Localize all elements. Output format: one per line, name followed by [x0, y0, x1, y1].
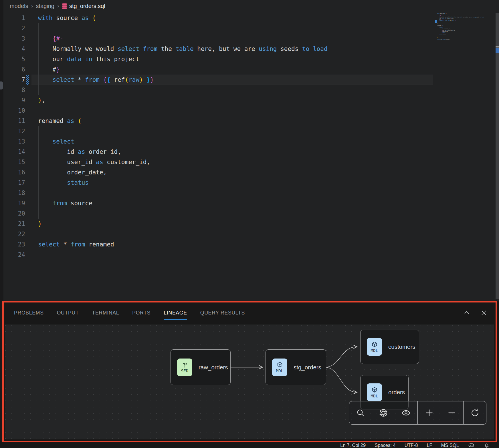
minimap[interactable]: with source as ( {#- Normally we would s…	[437, 13, 489, 42]
model-badge: MDL	[367, 338, 382, 356]
breadcrumb-item-staging[interactable]: staging	[36, 3, 54, 9]
code-line-9[interactable]: 9),	[3, 95, 433, 105]
line-number: 11	[3, 116, 25, 126]
gutter-decoration	[25, 105, 38, 116]
zoom-in-button[interactable]	[423, 404, 435, 421]
tab-output[interactable]: OUTPUT	[57, 310, 79, 316]
code-line-5[interactable]: 5 our data in this project	[3, 54, 433, 64]
gutter-decoration	[25, 95, 38, 105]
minimap-modified-marker	[435, 20, 437, 23]
code-line-2[interactable]: 2	[3, 23, 433, 33]
tab-ports[interactable]: PORTS	[132, 310, 151, 316]
code-line-12[interactable]: 12	[3, 126, 433, 136]
gutter-decoration	[25, 13, 38, 23]
code-line-23[interactable]: 23select * from renamed	[3, 239, 433, 250]
refresh-button[interactable]	[469, 404, 481, 421]
indent-guide	[38, 147, 39, 157]
code-line-21[interactable]: 21)	[3, 219, 433, 229]
cube-icon	[371, 387, 378, 393]
indent-guide	[53, 178, 53, 188]
code-line-10[interactable]: 10	[3, 105, 433, 116]
code-line-8[interactable]: 8	[3, 85, 433, 95]
gutter-decoration	[25, 157, 38, 167]
gutter-decoration	[25, 75, 38, 85]
model-badge: MDL	[367, 383, 382, 401]
aperture-button[interactable]	[377, 404, 390, 421]
code-area[interactable]: 1with source as (23 {#-4 Normally we wou…	[3, 13, 433, 260]
panel-tab-bar: PROBLEMS OUTPUT TERMINAL PORTS LINEAGE Q…	[4, 302, 496, 323]
code-line-7[interactable]: 7 select * from {{ ref(raw) }}	[3, 75, 433, 85]
eye-button[interactable]	[400, 404, 412, 421]
status-eol[interactable]: LF	[427, 443, 432, 448]
indent-guide	[38, 178, 39, 188]
status-indentation[interactable]: Spaces: 4	[375, 443, 395, 448]
line-number: 15	[3, 157, 25, 167]
code-text: our data in this project	[38, 54, 139, 64]
chevron-right-icon: ›	[31, 2, 33, 9]
indent-guide	[38, 23, 39, 33]
tab-problems[interactable]: PROBLEMS	[14, 310, 44, 316]
chevron-right-icon: ›	[57, 2, 59, 9]
line-number: 13	[3, 136, 25, 147]
gutter-decoration	[25, 85, 38, 95]
copilot-icon[interactable]	[468, 442, 475, 448]
code-line-4[interactable]: 4 Normally we would select from the tabl…	[3, 44, 433, 54]
indent-guide	[38, 54, 39, 64]
breadcrumb-file[interactable]: stg_orders.sql	[62, 3, 105, 9]
line-number: 4	[3, 44, 25, 54]
node-label: stg_orders	[294, 364, 321, 371]
search-button[interactable]	[354, 404, 367, 421]
tab-terminal[interactable]: TERMINAL	[92, 310, 119, 316]
line-number: 21	[3, 219, 25, 229]
code-line-24[interactable]: 24	[3, 250, 433, 260]
code-text: renamed as (	[38, 116, 82, 126]
code-line-14[interactable]: 14 id as order_id,	[3, 147, 433, 157]
code-line-22[interactable]: 22	[3, 229, 433, 239]
tab-lineage[interactable]: LINEAGE	[164, 310, 187, 316]
code-line-13[interactable]: 13 select	[3, 136, 433, 147]
activity-indicator[interactable]	[0, 81, 3, 89]
code-line-20[interactable]: 20	[3, 208, 433, 219]
line-number: 12	[3, 126, 25, 136]
status-cursor-position[interactable]: Ln 7, Col 29	[340, 443, 366, 448]
code-line-6[interactable]: 6 #}	[3, 64, 433, 75]
cube-icon	[371, 341, 378, 348]
breadcrumb: models › staging › stg_orders.sql	[3, 0, 499, 12]
status-encoding[interactable]: UTF-8	[405, 443, 418, 448]
code-line-18[interactable]: 18	[3, 188, 433, 198]
code-line-3[interactable]: 3 {#-	[3, 33, 433, 44]
indent-guide	[53, 147, 53, 157]
close-panel-icon[interactable]	[480, 309, 488, 316]
lineage-toolbar	[349, 401, 486, 425]
line-number: 23	[3, 239, 25, 250]
editor-scrollbar[interactable]	[496, 13, 499, 299]
code-line-15[interactable]: 15 user_id as customer_id,	[3, 157, 433, 167]
lineage-node-stg-orders[interactable]: MDL stg_orders	[266, 349, 326, 385]
badge-label: MDL	[276, 369, 283, 373]
database-icon	[62, 3, 67, 9]
line-number: 19	[3, 198, 25, 208]
lineage-node-raw-orders[interactable]: SED raw_orders	[171, 349, 231, 385]
maximize-panel-icon[interactable]	[463, 309, 470, 316]
code-line-16[interactable]: 16 order_date,	[3, 167, 433, 178]
line-number: 14	[3, 147, 25, 157]
code-text: )	[38, 219, 42, 229]
node-label: customers	[388, 343, 415, 350]
indent-guide	[38, 85, 39, 95]
code-line-17[interactable]: 17 status	[3, 178, 433, 188]
bell-icon[interactable]	[484, 442, 490, 448]
badge-label: MDL	[371, 348, 378, 353]
line-number: 3	[3, 33, 25, 44]
code-line-11[interactable]: 11renamed as (	[3, 116, 433, 126]
zoom-out-button[interactable]	[445, 404, 458, 421]
gutter-decoration	[25, 147, 38, 157]
status-language-mode[interactable]: MS SQL	[441, 443, 459, 448]
tab-query-results[interactable]: QUERY RESULTS	[200, 310, 245, 316]
code-text: select * from renamed	[38, 239, 114, 250]
code-line-19[interactable]: 19 from source	[3, 198, 433, 208]
vscode-window: models › staging › stg_orders.sql 1with …	[0, 0, 499, 448]
breadcrumb-item-models[interactable]: models	[10, 3, 28, 9]
code-line-1[interactable]: 1with source as (	[3, 13, 433, 23]
lineage-node-customers[interactable]: MDL customers	[360, 330, 419, 364]
line-number: 1	[3, 13, 25, 23]
